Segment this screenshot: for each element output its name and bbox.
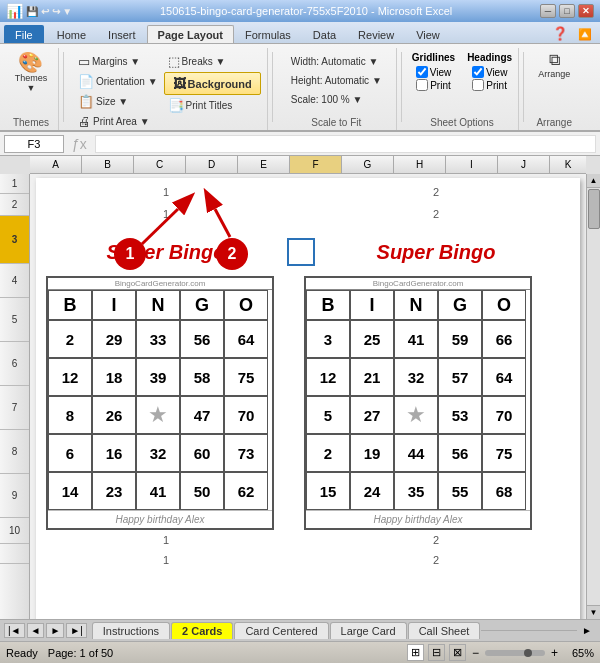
page-info: Page: 1 of 50 — [48, 647, 113, 659]
tab-home[interactable]: Home — [46, 25, 97, 43]
orientation-button[interactable]: 📄 Orientation ▼ — [74, 72, 162, 91]
scrollbar-thumb[interactable] — [588, 189, 600, 229]
window-controls[interactable]: ─ □ ✕ — [540, 4, 594, 18]
headings-print-check[interactable]: Print — [472, 79, 507, 91]
ribbon-minimize-button[interactable]: 🔼 — [574, 26, 596, 43]
sheet-tab-call-sheet[interactable]: Call Sheet — [408, 622, 481, 639]
ribbon-group-page-setup: ▭ Margins ▼ 📄 Orientation ▼ 📋 Size ▼ 🖨 P… — [68, 48, 268, 130]
sheet-tab-2cards[interactable]: 2 Cards — [171, 622, 233, 639]
print-titles-button[interactable]: 📑 Print Titles — [164, 96, 261, 115]
row-header-5: 5 — [0, 298, 29, 342]
col-header-H: H — [394, 156, 446, 173]
status-left: Ready Page: 1 of 50 — [6, 647, 113, 659]
sheet-tab-card-centered[interactable]: Card Centered — [234, 622, 328, 639]
scroll-up-button[interactable]: ▲ — [587, 174, 600, 188]
size-button[interactable]: 📋 Size ▼ — [74, 92, 162, 111]
scroll-down-button[interactable]: ▼ — [587, 605, 600, 619]
col-header-J: J — [498, 156, 550, 173]
bingo-row-1-1: 2 29 33 56 64 — [48, 320, 272, 358]
page-layout-view-button[interactable]: ⊟ — [428, 644, 445, 661]
tab-formulas[interactable]: Formulas — [234, 25, 302, 43]
breaks-button[interactable]: ⬚ Breaks ▼ — [164, 52, 261, 71]
background-label: Background — [188, 78, 252, 90]
bingo-row-1-4: 6 16 32 60 73 — [48, 434, 272, 472]
sheet-nav-last[interactable]: ►| — [66, 623, 87, 638]
formula-input[interactable] — [95, 135, 596, 153]
close-button[interactable]: ✕ — [578, 4, 594, 18]
page-num-row-top: 1 2 — [46, 186, 570, 206]
arrange-icon: ⧉ — [549, 52, 560, 68]
page-area: 1 2 1 2 Super Bingo — [36, 178, 580, 619]
gridlines-view-label: View — [430, 67, 452, 78]
bingo-subtitle-1: BingoCardGenerator.com — [48, 278, 272, 290]
bingo-title-1: Super Bingo — [107, 241, 226, 264]
print-area-label: Print Area ▼ — [93, 116, 150, 127]
sheet-nav-next[interactable]: ► — [46, 623, 64, 638]
name-box[interactable] — [4, 135, 64, 153]
scroll-tab-right[interactable]: ► — [578, 623, 596, 638]
themes-button[interactable]: 🎨 Themes▼ — [11, 50, 52, 95]
bingo-card-1: BingoCardGenerator.com B I N G O — [46, 276, 274, 530]
themes-label: Themes▼ — [15, 73, 48, 93]
headings-print-checkbox[interactable] — [472, 79, 484, 91]
bingo-header-row-2: B I N G O — [306, 290, 530, 320]
tab-file[interactable]: File — [4, 25, 44, 43]
col-header-F[interactable]: F — [290, 156, 342, 173]
width-control[interactable]: Width: Automatic ▼ — [287, 54, 386, 69]
orientation-label: Orientation ▼ — [96, 76, 158, 87]
app-icon: 📊 💾 ↩ ↪ ▼ — [6, 3, 72, 19]
bingo-cards-container: BingoCardGenerator.com B I N G O — [46, 276, 570, 530]
minimize-button[interactable]: ─ — [540, 4, 556, 18]
gridlines-print-checkbox[interactable] — [416, 79, 428, 91]
tab-page-layout[interactable]: Page Layout — [147, 25, 234, 43]
gridlines-heading: Gridlines — [412, 52, 455, 63]
margins-label: Margins ▼ — [92, 56, 140, 67]
arrange-button[interactable]: ⧉ Arrange — [534, 50, 574, 81]
bingo-card-2: BingoCardGenerator.com B I N G O 3 25 — [304, 276, 532, 530]
vertical-scrollbar[interactable]: ▲ ▼ — [586, 174, 600, 619]
row-headers: 1 2 3 4 5 6 7 8 9 10 — [0, 174, 30, 619]
gridlines-view-check[interactable]: View — [416, 66, 452, 78]
ready-status: Ready — [6, 647, 38, 659]
margins-button[interactable]: ▭ Margins ▼ — [74, 52, 162, 71]
print-titles-icon: 📑 — [168, 98, 184, 113]
row-header-3: 3 — [0, 216, 29, 264]
ribbon-group-arrange: ⧉ Arrange Arrange — [528, 48, 580, 130]
width-label: Width: Automatic ▼ — [291, 56, 379, 67]
themes-group-label: Themes — [13, 117, 49, 130]
page-break-view-button[interactable]: ⊠ — [449, 644, 466, 661]
window-title: 150615-bingo-card-generator-755x5F2010 -… — [160, 5, 452, 17]
selected-cell-box[interactable] — [287, 238, 315, 266]
scale-control[interactable]: Scale: 100 % ▼ — [287, 92, 386, 107]
zoom-in-button[interactable]: + — [549, 646, 560, 660]
zoom-out-button[interactable]: − — [470, 646, 481, 660]
sheet-nav-prev[interactable]: ◄ — [27, 623, 45, 638]
sheet-tab-large-card[interactable]: Large Card — [330, 622, 407, 639]
bingo-header-row-1: B I N G O — [48, 290, 272, 320]
print-area-button[interactable]: 🖨 Print Area ▼ — [74, 112, 162, 131]
headings-view-check[interactable]: View — [472, 66, 508, 78]
status-bar: Ready Page: 1 of 50 ⊞ ⊟ ⊠ − + 65% — [0, 641, 600, 663]
grid-content: 1 2 1 2 Super Bingo — [30, 174, 586, 619]
scale-label: Scale: 100 % ▼ — [291, 94, 363, 105]
background-button[interactable]: 🖼 Background — [164, 72, 261, 95]
tab-insert[interactable]: Insert — [97, 25, 147, 43]
zoom-slider-control[interactable] — [485, 650, 545, 656]
bingo-row-2-5: 15 24 35 55 68 — [306, 472, 530, 510]
normal-view-button[interactable]: ⊞ — [407, 644, 424, 661]
tab-review[interactable]: Review — [347, 25, 405, 43]
help-button[interactable]: ❓ — [546, 24, 574, 43]
maximize-button[interactable]: □ — [559, 4, 575, 18]
gridlines-print-check[interactable]: Print — [416, 79, 451, 91]
height-control[interactable]: Height: Automatic ▼ — [287, 73, 386, 88]
sheet-tab-instructions[interactable]: Instructions — [92, 622, 170, 639]
zoom-slider-thumb[interactable] — [524, 649, 532, 657]
bingo-row-2-4: 2 19 44 56 75 — [306, 434, 530, 472]
tab-data[interactable]: Data — [302, 25, 347, 43]
row-header-7: 7 — [0, 386, 29, 430]
tab-view[interactable]: View — [405, 25, 451, 43]
gridlines-view-checkbox[interactable] — [416, 66, 428, 78]
size-label: Size ▼ — [96, 96, 128, 107]
headings-view-checkbox[interactable] — [472, 66, 484, 78]
sheet-nav-first[interactable]: |◄ — [4, 623, 25, 638]
